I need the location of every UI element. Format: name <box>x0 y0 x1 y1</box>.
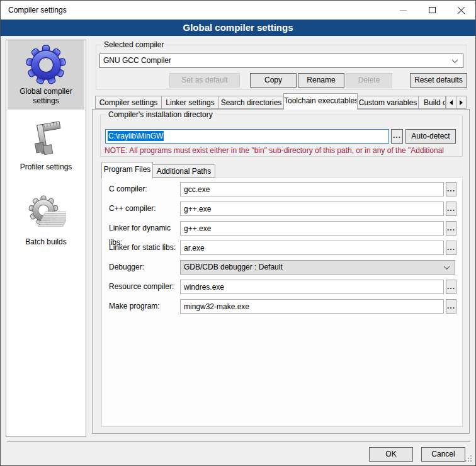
c-compiler-browse-button[interactable]: ... <box>446 182 456 196</box>
cpp-compiler-browse-button[interactable]: ... <box>446 202 456 216</box>
minimize-icon <box>400 10 407 11</box>
cpp-compiler-label: C++ compiler: <box>109 202 179 216</box>
selected-compiler-group-label: Selected compiler <box>101 40 166 50</box>
close-icon <box>456 6 466 15</box>
tab-additional-paths[interactable]: Additional Paths <box>152 164 215 178</box>
chevron-down-icon <box>444 263 450 270</box>
settings-category-list: Global compiler settings Profiler settin… <box>6 40 86 437</box>
tab-scroll-right-button[interactable] <box>456 96 467 109</box>
delete-button: Delete <box>346 73 392 88</box>
c-compiler-label: C compiler: <box>109 182 179 196</box>
arrow-right-icon <box>460 100 463 105</box>
static-linker-row: Linker for static libs: ... <box>109 241 459 255</box>
dynamic-linker-input[interactable] <box>180 221 444 236</box>
resource-compiler-browse-button[interactable]: ... <box>446 280 456 294</box>
chevron-down-icon <box>452 57 458 63</box>
tab-linker-settings[interactable]: Linker settings <box>161 96 219 109</box>
tab-build-options-truncated[interactable]: Build options <box>418 96 446 109</box>
resize-grip[interactable] <box>470 460 472 462</box>
tab-custom-variables[interactable]: Custom variables <box>357 96 419 109</box>
selected-text: C:\raylib\MinGW <box>108 131 164 141</box>
rename-button[interactable]: Rename <box>298 73 344 88</box>
auto-detect-button[interactable]: Auto-detect <box>405 129 456 144</box>
window-title: Compiler settings <box>8 1 67 20</box>
cancel-button[interactable]: Cancel <box>421 447 465 462</box>
tab-compiler-settings[interactable]: Compiler settings <box>95 96 162 109</box>
make-program-row: Make program: ... <box>109 299 459 314</box>
sidebar-item-label: Profiler settings <box>8 161 84 176</box>
sidebar-item-label: Global compiler settings <box>8 85 84 110</box>
ok-button[interactable]: OK <box>369 447 413 462</box>
blue-gear-icon <box>26 45 66 85</box>
browse-directory-button[interactable]: ... <box>391 129 403 144</box>
compiler-settings-dialog: Compiler settings Global compiler settin… <box>0 0 476 466</box>
debugger-value: GDB/CDB debugger : Default <box>184 263 283 271</box>
set-as-default-button: Set as default <box>169 73 240 88</box>
sidebar-item-label: Batch builds <box>8 236 84 251</box>
make-program-label: Make program: <box>109 299 179 314</box>
static-linker-label: Linker for static libs: <box>109 241 179 255</box>
maximize-button[interactable] <box>417 1 446 20</box>
resource-compiler-row: Resource compiler: ... <box>109 280 459 294</box>
gray-gear-stack-icon <box>26 195 66 236</box>
c-compiler-input[interactable] <box>180 182 444 196</box>
tab-search-directories[interactable]: Search directories <box>218 96 284 109</box>
debugger-dropdown[interactable]: GDB/CDB debugger : Default <box>180 260 455 275</box>
tab-toolchain-executables[interactable]: Toolchain executables <box>283 93 358 110</box>
dynamic-linker-browse-button[interactable]: ... <box>446 221 456 236</box>
maximize-icon <box>429 7 436 13</box>
static-linker-browse-button[interactable]: ... <box>446 241 456 255</box>
page-title: Global compiler settings <box>1 20 475 36</box>
tab-program-files[interactable]: Program Files <box>101 162 153 178</box>
copy-button[interactable]: Copy <box>250 73 297 88</box>
dynamic-linker-row: Linker for dynamic libs: ... <box>109 221 459 236</box>
close-button[interactable] <box>446 1 475 20</box>
cpp-compiler-row: C++ compiler: ... <box>109 202 459 216</box>
tab-scroll-left-button[interactable] <box>446 96 456 109</box>
make-program-browse-button[interactable]: ... <box>446 299 456 314</box>
paths-tab-bar: Program Files Additional Paths <box>101 162 290 178</box>
bin-subdirectory-note: NOTE: All programs must exist either in … <box>105 146 461 156</box>
installation-directory-group-label: Compiler's installation directory <box>106 110 215 120</box>
selected-compiler-value: GNU GCC Compiler <box>103 56 171 65</box>
debugger-row: Debugger: GDB/CDB debugger : Default <box>109 260 459 275</box>
title-bar[interactable]: Compiler settings <box>1 1 475 20</box>
minimize-button <box>388 1 417 20</box>
footer-divider <box>7 441 470 442</box>
selected-compiler-dropdown[interactable]: GNU GCC Compiler <box>99 54 463 68</box>
static-linker-input[interactable] <box>180 241 444 255</box>
debugger-label: Debugger: <box>109 260 179 275</box>
sidebar-item-global-compiler-settings[interactable]: Global compiler settings <box>8 40 84 110</box>
reset-defaults-button[interactable]: Reset defaults <box>410 73 467 88</box>
settings-tab-bar: Compiler settings Linker settings Search… <box>95 93 472 110</box>
resource-compiler-input[interactable] <box>180 280 444 294</box>
caption-buttons <box>388 1 475 20</box>
c-compiler-row: C compiler: ... <box>109 182 459 196</box>
resource-compiler-label: Resource compiler: <box>109 280 179 294</box>
installation-directory-input[interactable]: C:\raylib\MinGW <box>105 129 389 144</box>
arrow-left-icon <box>450 100 453 105</box>
sidebar-item-profiler-settings[interactable]: Profiler settings <box>8 116 84 176</box>
caliper-icon <box>26 120 66 161</box>
sidebar-item-batch-builds[interactable]: Batch builds <box>8 191 84 251</box>
make-program-input[interactable] <box>180 299 444 314</box>
cpp-compiler-input[interactable] <box>180 202 444 216</box>
